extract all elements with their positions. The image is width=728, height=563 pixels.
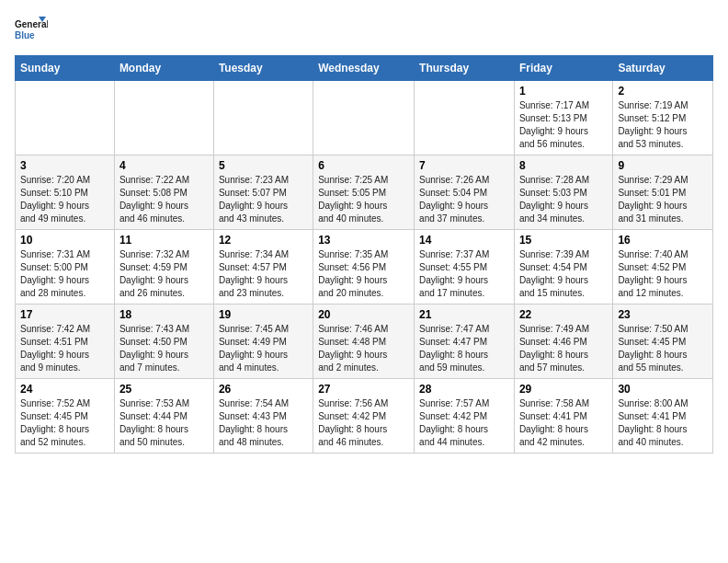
week-row-3: 10Sunrise: 7:31 AM Sunset: 5:00 PM Dayli… (16, 230, 713, 304)
calendar-cell (16, 81, 115, 155)
week-row-4: 17Sunrise: 7:42 AM Sunset: 4:51 PM Dayli… (16, 304, 713, 379)
calendar-cell: 30Sunrise: 8:00 AM Sunset: 4:41 PM Dayli… (613, 379, 713, 454)
calendar-cell (114, 81, 213, 155)
day-number: 25 (119, 383, 209, 396)
day-number: 11 (119, 234, 209, 247)
calendar-cell: 20Sunrise: 7:46 AM Sunset: 4:48 PM Dayli… (313, 304, 415, 379)
day-info: Sunrise: 7:57 AM Sunset: 4:42 PM Dayligh… (419, 397, 509, 449)
day-number: 7 (419, 159, 509, 172)
day-info: Sunrise: 7:25 AM Sunset: 5:05 PM Dayligh… (318, 174, 409, 225)
day-number: 18 (119, 308, 209, 321)
day-info: Sunrise: 7:19 AM Sunset: 5:12 PM Dayligh… (618, 99, 708, 151)
day-info: Sunrise: 7:39 AM Sunset: 4:54 PM Dayligh… (519, 248, 608, 300)
day-number: 10 (20, 234, 109, 247)
day-number: 14 (419, 234, 509, 247)
day-info: Sunrise: 7:47 AM Sunset: 4:47 PM Dayligh… (419, 323, 509, 374)
calendar-cell: 3Sunrise: 7:20 AM Sunset: 5:10 PM Daylig… (16, 155, 115, 230)
day-info: Sunrise: 7:42 AM Sunset: 4:51 PM Dayligh… (20, 323, 109, 374)
header-day-monday: Monday (114, 56, 213, 81)
day-info: Sunrise: 7:31 AM Sunset: 5:00 PM Dayligh… (20, 248, 109, 300)
day-info: Sunrise: 7:23 AM Sunset: 5:07 PM Dayligh… (219, 174, 308, 225)
header-section: GeneralBlue (15, 15, 713, 48)
calendar-cell: 24Sunrise: 7:52 AM Sunset: 4:45 PM Dayli… (16, 379, 115, 454)
day-number: 6 (318, 159, 409, 172)
calendar-cell (313, 81, 415, 155)
calendar-cell: 1Sunrise: 7:17 AM Sunset: 5:13 PM Daylig… (514, 81, 612, 155)
calendar-cell (415, 81, 515, 155)
day-info: Sunrise: 7:20 AM Sunset: 5:10 PM Dayligh… (20, 174, 109, 225)
day-number: 23 (618, 308, 708, 321)
calendar-cell: 25Sunrise: 7:53 AM Sunset: 4:44 PM Dayli… (114, 379, 213, 454)
day-info: Sunrise: 7:49 AM Sunset: 4:46 PM Dayligh… (519, 323, 608, 374)
day-info: Sunrise: 7:52 AM Sunset: 4:45 PM Dayligh… (20, 397, 109, 449)
calendar-cell: 21Sunrise: 7:47 AM Sunset: 4:47 PM Dayli… (415, 304, 515, 379)
calendar-cell: 6Sunrise: 7:25 AM Sunset: 5:05 PM Daylig… (313, 155, 415, 230)
day-number: 15 (519, 234, 608, 247)
day-number: 12 (219, 234, 308, 247)
day-info: Sunrise: 7:32 AM Sunset: 4:59 PM Dayligh… (119, 248, 209, 300)
day-info: Sunrise: 7:45 AM Sunset: 4:49 PM Dayligh… (219, 323, 308, 374)
day-info: Sunrise: 7:17 AM Sunset: 5:13 PM Dayligh… (519, 99, 608, 151)
calendar-cell: 17Sunrise: 7:42 AM Sunset: 4:51 PM Dayli… (16, 304, 115, 379)
day-info: Sunrise: 7:22 AM Sunset: 5:08 PM Dayligh… (119, 174, 209, 225)
day-number: 24 (20, 383, 109, 396)
day-number: 3 (20, 159, 109, 172)
calendar-cell: 26Sunrise: 7:54 AM Sunset: 4:43 PM Dayli… (213, 379, 313, 454)
week-row-5: 24Sunrise: 7:52 AM Sunset: 4:45 PM Dayli… (16, 379, 713, 454)
day-info: Sunrise: 7:34 AM Sunset: 4:57 PM Dayligh… (219, 248, 308, 300)
calendar-cell: 5Sunrise: 7:23 AM Sunset: 5:07 PM Daylig… (213, 155, 313, 230)
calendar-cell: 4Sunrise: 7:22 AM Sunset: 5:08 PM Daylig… (114, 155, 213, 230)
day-number: 13 (318, 234, 409, 247)
calendar-cell: 28Sunrise: 7:57 AM Sunset: 4:42 PM Dayli… (415, 379, 515, 454)
calendar-cell: 19Sunrise: 7:45 AM Sunset: 4:49 PM Dayli… (213, 304, 313, 379)
week-row-1: 1Sunrise: 7:17 AM Sunset: 5:13 PM Daylig… (16, 81, 713, 155)
day-number: 2 (618, 85, 708, 98)
svg-text:Blue: Blue (15, 30, 35, 40)
header-day-saturday: Saturday (613, 56, 713, 81)
calendar-cell: 29Sunrise: 7:58 AM Sunset: 4:41 PM Dayli… (514, 379, 612, 454)
day-number: 20 (318, 308, 409, 321)
day-info: Sunrise: 7:54 AM Sunset: 4:43 PM Dayligh… (219, 397, 308, 449)
calendar-cell: 2Sunrise: 7:19 AM Sunset: 5:12 PM Daylig… (613, 81, 713, 155)
calendar-cell: 8Sunrise: 7:28 AM Sunset: 5:03 PM Daylig… (514, 155, 612, 230)
calendar-cell: 18Sunrise: 7:43 AM Sunset: 4:50 PM Dayli… (114, 304, 213, 379)
header-day-friday: Friday (514, 56, 612, 81)
day-number: 19 (219, 308, 308, 321)
day-number: 17 (20, 308, 109, 321)
header-day-wednesday: Wednesday (313, 56, 415, 81)
day-info: Sunrise: 7:40 AM Sunset: 4:52 PM Dayligh… (618, 248, 708, 300)
calendar-cell: 15Sunrise: 7:39 AM Sunset: 4:54 PM Dayli… (514, 230, 612, 304)
day-info: Sunrise: 7:28 AM Sunset: 5:03 PM Dayligh… (519, 174, 608, 225)
day-number: 30 (618, 383, 708, 396)
calendar-cell: 27Sunrise: 7:56 AM Sunset: 4:42 PM Dayli… (313, 379, 415, 454)
week-row-2: 3Sunrise: 7:20 AM Sunset: 5:10 PM Daylig… (16, 155, 713, 230)
day-number: 4 (119, 159, 209, 172)
calendar-cell: 10Sunrise: 7:31 AM Sunset: 5:00 PM Dayli… (16, 230, 115, 304)
header-day-tuesday: Tuesday (213, 56, 313, 81)
day-number: 29 (519, 383, 608, 396)
calendar-cell: 7Sunrise: 7:26 AM Sunset: 5:04 PM Daylig… (415, 155, 515, 230)
day-info: Sunrise: 7:35 AM Sunset: 4:56 PM Dayligh… (318, 248, 409, 300)
day-number: 27 (318, 383, 409, 396)
calendar-cell: 13Sunrise: 7:35 AM Sunset: 4:56 PM Dayli… (313, 230, 415, 304)
logo-icon: GeneralBlue (15, 15, 48, 48)
calendar-cell: 16Sunrise: 7:40 AM Sunset: 4:52 PM Dayli… (613, 230, 713, 304)
day-info: Sunrise: 7:56 AM Sunset: 4:42 PM Dayligh… (318, 397, 409, 449)
calendar-cell: 14Sunrise: 7:37 AM Sunset: 4:55 PM Dayli… (415, 230, 515, 304)
day-info: Sunrise: 7:29 AM Sunset: 5:01 PM Dayligh… (618, 174, 708, 225)
day-number: 1 (519, 85, 608, 98)
day-number: 28 (419, 383, 509, 396)
day-number: 16 (618, 234, 708, 247)
day-info: Sunrise: 7:43 AM Sunset: 4:50 PM Dayligh… (119, 323, 209, 374)
logo: GeneralBlue (15, 15, 48, 48)
calendar-cell: 22Sunrise: 7:49 AM Sunset: 4:46 PM Dayli… (514, 304, 612, 379)
calendar-cell: 9Sunrise: 7:29 AM Sunset: 5:01 PM Daylig… (613, 155, 713, 230)
day-info: Sunrise: 7:46 AM Sunset: 4:48 PM Dayligh… (318, 323, 409, 374)
day-number: 5 (219, 159, 308, 172)
calendar-cell: 23Sunrise: 7:50 AM Sunset: 4:45 PM Dayli… (613, 304, 713, 379)
day-info: Sunrise: 7:50 AM Sunset: 4:45 PM Dayligh… (618, 323, 708, 374)
day-info: Sunrise: 7:26 AM Sunset: 5:04 PM Dayligh… (419, 174, 509, 225)
header-day-sunday: Sunday (16, 56, 115, 81)
calendar-cell: 11Sunrise: 7:32 AM Sunset: 4:59 PM Dayli… (114, 230, 213, 304)
day-number: 8 (519, 159, 608, 172)
